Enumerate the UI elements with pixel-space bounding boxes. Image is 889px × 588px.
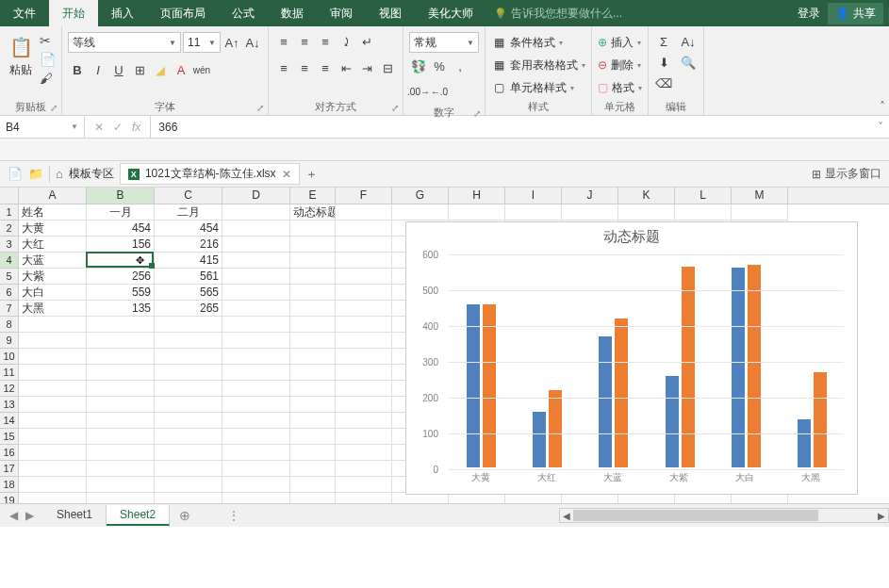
cell[interactable] (87, 365, 155, 381)
chart[interactable]: 动态标题 0100200300400500600 大黄大红大蓝大紫大白大黑 (405, 221, 858, 495)
menu-tab-1[interactable]: 开始 (49, 0, 98, 26)
row-header[interactable]: 1 (0, 204, 19, 220)
menu-tab-3[interactable]: 页面布局 (147, 0, 219, 26)
phonetic-icon[interactable]: wén (192, 60, 211, 79)
menu-tab-8[interactable]: 美化大师 (415, 0, 486, 26)
row-header[interactable]: 13 (0, 397, 19, 413)
cell[interactable]: 大紫 (19, 269, 87, 285)
row-header[interactable]: 12 (0, 381, 19, 397)
cell[interactable] (505, 204, 562, 220)
row-header[interactable]: 15 (0, 429, 19, 445)
cell[interactable] (222, 220, 290, 237)
indent-dec-icon[interactable]: ⇤ (337, 58, 355, 77)
cell[interactable] (87, 429, 155, 445)
sheet-tab[interactable]: Sheet2 (107, 505, 170, 526)
menu-tab-2[interactable]: 插入 (98, 0, 147, 26)
chart-bar[interactable] (483, 304, 496, 467)
column-header[interactable]: C (155, 188, 222, 204)
enter-icon[interactable]: ✓ (113, 121, 123, 134)
share-button[interactable]: 👤 共享 (828, 3, 883, 24)
number-format-select[interactable]: 常规▼ (409, 32, 479, 53)
cell[interactable] (222, 285, 290, 301)
cell[interactable] (618, 204, 675, 220)
cell[interactable] (336, 237, 392, 253)
cell[interactable] (155, 349, 222, 365)
cell[interactable] (155, 477, 222, 493)
cell[interactable] (290, 461, 336, 477)
cell[interactable] (675, 204, 732, 220)
copy-icon[interactable]: 📄 (40, 51, 56, 68)
cell[interactable] (155, 445, 222, 461)
login-link[interactable]: 登录 (798, 6, 820, 22)
font-name-select[interactable]: 等线▼ (68, 32, 181, 53)
new-doc-icon[interactable]: 📄 (8, 167, 23, 181)
cell[interactable]: 454 (87, 220, 155, 237)
cell[interactable] (290, 349, 336, 365)
fill-icon[interactable]: ⬇ (654, 53, 673, 72)
column-header[interactable]: E (290, 188, 336, 204)
chart-bar[interactable] (748, 265, 761, 467)
cell[interactable] (449, 204, 505, 220)
cell[interactable]: 大蓝 (19, 253, 87, 269)
cell[interactable] (155, 429, 222, 445)
cell[interactable] (155, 365, 222, 381)
cell[interactable] (222, 445, 290, 461)
tab-split-icon[interactable]: ⋮ (228, 509, 239, 522)
find-icon[interactable]: 🔍 (679, 53, 698, 72)
chart-bar[interactable] (467, 304, 480, 467)
multi-window-button[interactable]: 显示多窗口 (825, 166, 881, 182)
format-table-button[interactable]: ▦套用表格格式▾ (491, 55, 585, 75)
chart-title[interactable]: 动态标题 (406, 222, 857, 252)
cell[interactable] (19, 477, 87, 493)
cell[interactable] (87, 381, 155, 397)
column-header[interactable]: D (222, 188, 290, 204)
chart-bar[interactable] (615, 318, 628, 467)
cell[interactable] (19, 413, 87, 429)
row-header[interactable]: 17 (0, 461, 19, 477)
cell[interactable] (19, 461, 87, 477)
cell[interactable] (336, 397, 392, 413)
cell[interactable] (336, 220, 392, 237)
bold-button[interactable]: B (68, 60, 87, 79)
cell[interactable] (336, 285, 392, 301)
cell[interactable] (87, 333, 155, 349)
cell[interactable] (290, 333, 336, 349)
cell[interactable] (222, 204, 290, 220)
align-top-icon[interactable]: ≡ (274, 32, 293, 51)
cell[interactable]: 二月 (155, 204, 222, 220)
fx-icon[interactable]: fx (132, 121, 140, 134)
cell[interactable] (19, 365, 87, 381)
column-header[interactable]: G (392, 188, 449, 204)
row-header[interactable]: 6 (0, 285, 19, 301)
cell[interactable] (155, 413, 222, 429)
cell[interactable] (290, 365, 336, 381)
cell[interactable] (290, 269, 336, 285)
column-header[interactable]: M (732, 188, 788, 204)
column-header[interactable]: F (336, 188, 392, 204)
cell[interactable]: 565 (155, 285, 222, 301)
cell[interactable] (290, 397, 336, 413)
chart-bar[interactable] (666, 376, 679, 467)
font-size-select[interactable]: 11▼ (183, 32, 221, 53)
column-header[interactable]: J (562, 188, 618, 204)
cell[interactable] (87, 477, 155, 493)
align-middle-icon[interactable]: ≡ (295, 32, 314, 51)
cell[interactable] (87, 413, 155, 429)
cell[interactable]: 156 (87, 237, 155, 253)
menu-tab-6[interactable]: 审阅 (317, 0, 366, 26)
cell[interactable] (222, 429, 290, 445)
cell[interactable] (222, 413, 290, 429)
home-icon[interactable]: ⌂ (56, 167, 63, 181)
cell[interactable] (155, 461, 222, 477)
formula-input[interactable]: 366 (151, 116, 872, 138)
cell[interactable] (155, 397, 222, 413)
cell[interactable] (87, 445, 155, 461)
cell[interactable] (87, 317, 155, 333)
cell[interactable]: 一月 (87, 204, 155, 220)
row-header[interactable]: 8 (0, 317, 19, 333)
dialog-launcher-icon[interactable]: ⤢ (50, 103, 58, 113)
clear-icon[interactable]: ⌫ (654, 74, 673, 92)
cell[interactable]: 561 (155, 269, 222, 285)
shrink-font-icon[interactable]: A↓ (243, 33, 262, 52)
cell[interactable] (19, 381, 87, 397)
